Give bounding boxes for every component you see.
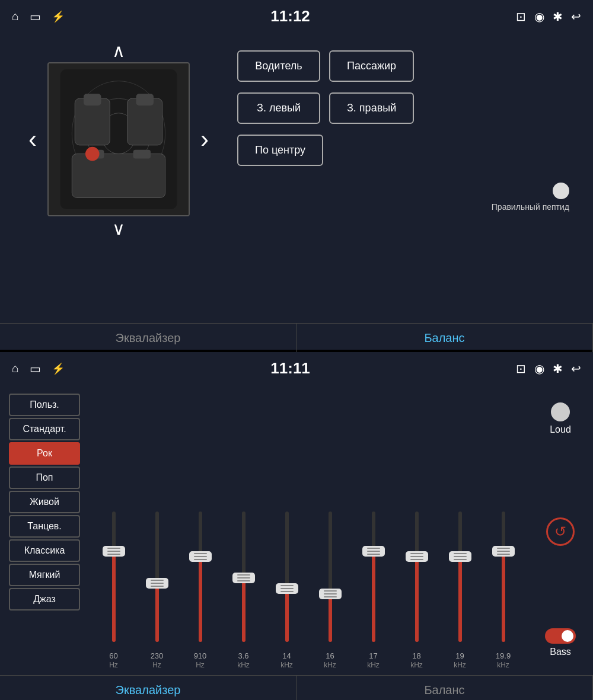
seat-btn-row-2: З. левый З. правый xyxy=(237,92,575,124)
eq-slider-wrapper-5[interactable] xyxy=(317,506,343,648)
reset-button[interactable]: ↺ xyxy=(546,517,575,546)
bass-label: Bass xyxy=(550,647,571,657)
seat-prev-button[interactable]: ‹ xyxy=(18,122,47,157)
rear-left-button[interactable]: З. левый xyxy=(237,92,320,124)
balance-label: Правильный пептид xyxy=(492,202,569,212)
eq-slider-track-1 xyxy=(155,512,159,642)
eq-slider-track-7 xyxy=(415,512,419,642)
bass-area: Bass xyxy=(545,628,576,657)
loud-indicator[interactable] xyxy=(551,402,570,421)
eq-slider-thumb-7[interactable] xyxy=(406,551,428,562)
tab-balance-top[interactable]: Баланс xyxy=(296,324,593,353)
chevron-down-button[interactable]: ∨ xyxy=(104,216,133,240)
eq-slider-fill-9 xyxy=(502,551,505,642)
back-icon[interactable]: ↩ xyxy=(571,9,581,24)
eq-band-2: 910 Hz xyxy=(187,506,213,669)
preset-dance[interactable]: Танцев. xyxy=(9,515,80,538)
eq-slider-thumb-2[interactable] xyxy=(189,551,212,562)
eq-slider-wrapper-3[interactable] xyxy=(231,506,257,648)
tab-equalizer-bottom[interactable]: Эквалайзер xyxy=(0,676,296,700)
tab-equalizer-top[interactable]: Эквалайзер xyxy=(0,324,296,353)
home-icon[interactable]: ⌂ xyxy=(12,9,19,23)
eq-slider-wrapper-0[interactable] xyxy=(101,506,127,648)
top-clock: 11:12 xyxy=(270,7,310,25)
center-button[interactable]: По центру xyxy=(237,135,323,166)
cast-icon-bottom[interactable]: ⊡ xyxy=(516,362,526,376)
eq-band-8: 19 kHz xyxy=(447,506,473,669)
balance-indicator-dot xyxy=(553,183,569,199)
preset-rock[interactable]: Рок xyxy=(9,442,80,465)
eq-band-3: 3.6 kHz xyxy=(231,506,257,669)
seat-btn-row-3: По центру xyxy=(237,135,575,166)
bottom-clock: 11:11 xyxy=(270,359,310,378)
usb-icon[interactable]: ⚡ xyxy=(52,10,65,23)
eq-slider-thumb-6[interactable] xyxy=(362,546,385,557)
screen-icon[interactable]: ▭ xyxy=(30,9,41,24)
eq-content: Польз.Стандарт.РокПопЖивойТанцев.Классик… xyxy=(0,385,593,675)
thumb-lines-7 xyxy=(410,553,423,560)
preset-user[interactable]: Польз. xyxy=(9,394,80,416)
eq-slider-thumb-5[interactable] xyxy=(319,589,342,599)
thumb-lines-4 xyxy=(280,585,294,592)
chevron-up-button[interactable]: ∧ xyxy=(104,39,133,62)
svg-rect-7 xyxy=(84,94,101,106)
home-icon-bottom[interactable]: ⌂ xyxy=(12,362,19,375)
eq-slider-wrapper-2[interactable] xyxy=(187,506,213,648)
freq-label-1: 230 Hz xyxy=(151,651,164,669)
bluetooth-icon-bottom[interactable]: ✱ xyxy=(553,362,563,376)
preset-classic[interactable]: Классика xyxy=(9,539,80,562)
eq-slider-wrapper-6[interactable] xyxy=(361,506,387,648)
eq-slider-fill-5 xyxy=(329,594,332,642)
loud-label: Loud xyxy=(550,424,571,435)
thumb-lines-5 xyxy=(324,590,337,597)
back-icon-bottom[interactable]: ↩ xyxy=(571,362,581,376)
eq-slider-wrapper-9[interactable] xyxy=(490,506,517,648)
bluetooth-icon[interactable]: ✱ xyxy=(553,9,563,24)
bass-toggle-dot xyxy=(562,630,573,642)
seat-next-button[interactable]: › xyxy=(190,122,219,157)
rear-right-button[interactable]: З. правый xyxy=(329,92,414,124)
eq-slider-wrapper-4[interactable] xyxy=(274,506,300,648)
preset-live[interactable]: Живой xyxy=(9,491,80,513)
eq-slider-fill-3 xyxy=(242,578,246,642)
eq-slider-track-6 xyxy=(372,512,375,642)
cast-icon[interactable]: ⊡ xyxy=(516,9,526,24)
location-icon-bottom[interactable]: ◉ xyxy=(534,362,544,376)
eq-slider-wrapper-8[interactable] xyxy=(447,506,473,648)
thumb-lines-3 xyxy=(237,574,250,581)
passenger-button[interactable]: Пассажир xyxy=(329,50,414,82)
freq-label-8: 19 kHz xyxy=(454,651,466,669)
eq-slider-track-8 xyxy=(458,512,462,642)
driver-button[interactable]: Водитель xyxy=(237,50,320,82)
eq-slider-thumb-1[interactable] xyxy=(146,578,168,589)
preset-soft[interactable]: Мягкий xyxy=(9,564,80,586)
tab-balance-bottom[interactable]: Баланс xyxy=(296,676,593,700)
eq-slider-thumb-0[interactable] xyxy=(103,546,125,557)
eq-slider-thumb-9[interactable] xyxy=(492,546,515,557)
preset-pop[interactable]: Поп xyxy=(9,466,80,489)
freq-label-0: 60 Hz xyxy=(109,651,118,669)
freq-label-2: 910 Hz xyxy=(194,651,207,669)
preset-jazz[interactable]: Джаз xyxy=(9,588,80,610)
eq-slider-fill-1 xyxy=(155,583,159,642)
eq-slider-track-9 xyxy=(502,512,505,642)
top-content-area: ∧ ‹ xyxy=(0,33,593,323)
eq-slider-fill-8 xyxy=(458,557,462,642)
seat-image xyxy=(47,62,190,216)
freq-label-3: 3.6 kHz xyxy=(237,651,250,669)
location-icon[interactable]: ◉ xyxy=(534,9,544,24)
preset-standard[interactable]: Стандарт. xyxy=(9,418,80,440)
eq-slider-thumb-3[interactable] xyxy=(232,573,255,583)
top-panel: ⌂ ▭ ⚡ 11:12 ⊡ ◉ ✱ ↩ ∧ ‹ xyxy=(0,0,593,350)
eq-slider-wrapper-1[interactable] xyxy=(144,506,170,648)
usb-icon-bottom[interactable]: ⚡ xyxy=(52,362,65,375)
screen-icon-bottom[interactable]: ▭ xyxy=(30,362,41,376)
balance-dot-area: Правильный пептид xyxy=(237,183,575,212)
eq-slider-wrapper-7[interactable] xyxy=(404,506,430,648)
eq-slider-thumb-4[interactable] xyxy=(276,583,298,594)
bass-toggle[interactable] xyxy=(545,628,576,644)
bottom-status-bar-left: ⌂ ▭ ⚡ xyxy=(12,362,65,376)
eq-slider-thumb-8[interactable] xyxy=(449,551,471,562)
thumb-lines-6 xyxy=(367,548,380,555)
eq-slider-fill-0 xyxy=(112,551,116,642)
